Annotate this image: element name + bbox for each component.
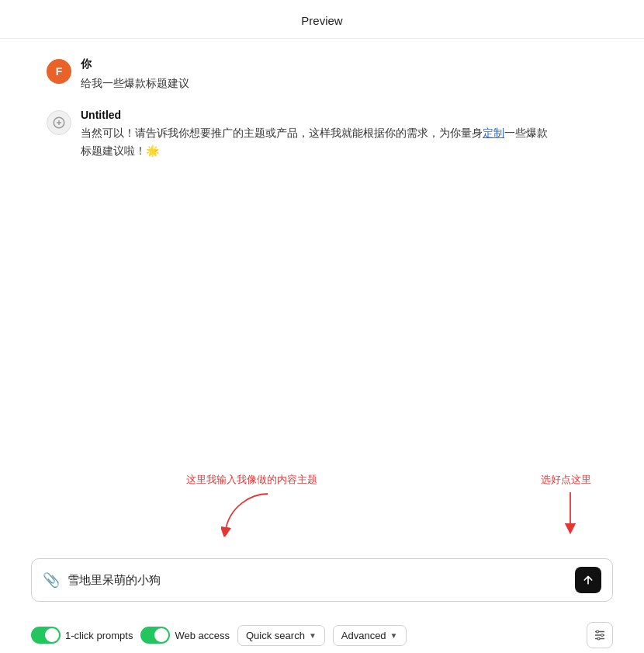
- send-icon: [582, 574, 594, 586]
- input-area: 📎: [0, 558, 644, 614]
- svg-point-4: [597, 630, 599, 633]
- bot-name: Untitled: [81, 109, 597, 121]
- bot-text-line2: 标题建议啦！🌟: [81, 144, 159, 157]
- bot-avatar: [47, 110, 71, 135]
- message-input[interactable]: [68, 574, 567, 587]
- settings-icon: [593, 628, 607, 642]
- quick-search-dropdown[interactable]: Quick search ▼: [237, 625, 325, 646]
- toggle-web-label: Web access: [175, 630, 230, 641]
- quick-search-chevron: ▼: [309, 631, 317, 640]
- annotation-right-label: 选好点这里: [541, 473, 591, 487]
- annotation-left-arrow: [221, 490, 291, 537]
- annotation-area: 这里我输入我像做的内容主题 选好点这里: [0, 465, 644, 558]
- attachment-icon: 📎: [43, 571, 60, 589]
- preview-container: Preview F 你 给我一些爆款标题建议 Untitled 当然可以！请告诉…: [0, 0, 644, 653]
- user-message-content: 你 给我一些爆款标题建议: [81, 57, 597, 92]
- toggle-group-web: Web access: [140, 627, 230, 644]
- toggle-1click-prompts[interactable]: [31, 627, 61, 644]
- svg-point-6: [597, 637, 600, 640]
- user-name: 你: [81, 57, 597, 71]
- bot-text-part1: 当然可以！请告诉我你想要推广的主题或产品，这样我就能根据你的需求，为你量身: [81, 127, 483, 139]
- advanced-label: Advanced: [341, 630, 386, 641]
- advanced-chevron: ▼: [390, 631, 398, 640]
- user-avatar: F: [47, 59, 71, 84]
- chat-area: F 你 给我一些爆款标题建议 Untitled 当然可以！请告诉我你想要推广的主…: [0, 39, 644, 465]
- annotation-right-arrow: [555, 488, 586, 535]
- advanced-dropdown[interactable]: Advanced ▼: [333, 625, 407, 646]
- quick-search-label: Quick search: [246, 630, 305, 641]
- settings-button[interactable]: [587, 622, 613, 648]
- toggle-web-access[interactable]: [140, 627, 170, 644]
- preview-title: Preview: [0, 0, 644, 39]
- svg-point-5: [601, 634, 604, 637]
- input-box[interactable]: 📎: [31, 558, 613, 602]
- toggle-group-1click: 1-click prompts: [31, 627, 133, 644]
- send-button[interactable]: [575, 567, 601, 593]
- user-message-text: 给我一些爆款标题建议: [81, 75, 597, 92]
- toggle-1click-label: 1-click prompts: [65, 630, 133, 641]
- bot-message-text: 当然可以！请告诉我你想要推广的主题或产品，这样我就能根据你的需求，为你量身定制一…: [81, 124, 597, 159]
- bot-icon: [52, 116, 66, 130]
- user-message-block: F 你 给我一些爆款标题建议: [47, 57, 597, 92]
- bot-message-block: Untitled 当然可以！请告诉我你想要推广的主题或产品，这样我就能根据你的需…: [47, 109, 597, 159]
- bot-text-part2: 一些爆款: [504, 127, 548, 139]
- annotation-left-label: 这里我输入我像做的内容主题: [186, 473, 317, 487]
- toolbar-row: 1-click prompts Web access Quick search …: [0, 614, 644, 653]
- bot-message-content: Untitled 当然可以！请告诉我你想要推广的主题或产品，这样我就能根据你的需…: [81, 109, 597, 159]
- bot-text-highlight: 定制: [483, 127, 504, 139]
